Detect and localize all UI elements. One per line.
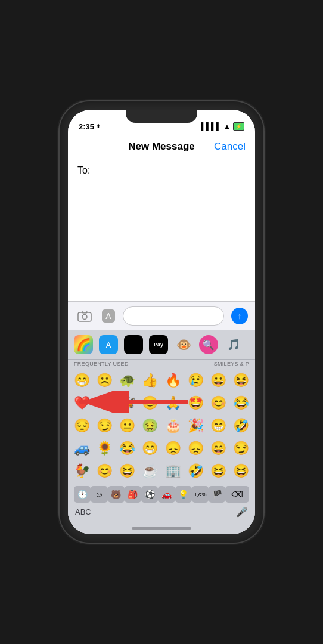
emoji-cell[interactable]: 😀 [207, 369, 230, 392]
emoji-cell[interactable]: 🐓 [70, 460, 93, 482]
emoji-cell[interactable]: ❤️ [70, 392, 93, 414]
emoji-cell[interactable]: 🏢 [162, 460, 184, 482]
emoji-cell[interactable]: ☕ [139, 460, 162, 482]
activity-app-icon[interactable]: ⬤ [124, 335, 143, 354]
emoji-cell[interactable]: 😁 [70, 369, 93, 392]
applepay-icon[interactable]: Pay [149, 335, 168, 354]
emoji-cell[interactable]: 😊 [93, 460, 116, 482]
status-time: 2:35 ⬆ [79, 122, 101, 131]
notch [126, 110, 197, 123]
emoji-cell[interactable]: 🚙 [70, 437, 93, 460]
status-icons: ▌▌▌▌ ▲ ⚡ [201, 122, 244, 131]
battery-icon: ⚡ [233, 122, 244, 131]
abc-button[interactable]: ABC [75, 505, 91, 519]
emoji-cell[interactable]: 😂 [116, 437, 139, 460]
emoji-cell[interactable]: 😆 [230, 369, 253, 392]
recent-emoji-button[interactable]: 🕐 [74, 486, 91, 503]
emoji-cell[interactable]: 😁 [93, 392, 116, 414]
to-field[interactable]: To: [68, 159, 255, 182]
emoji-cell[interactable]: 😁 [139, 437, 162, 460]
nav-bar: New Message Cancel [68, 136, 255, 159]
message-area[interactable] [68, 182, 255, 301]
emoji-cell[interactable]: 🤣 [184, 460, 207, 482]
emoji-cell[interactable]: 😏 [230, 437, 253, 460]
emoji-cell[interactable]: 😐 [116, 414, 139, 437]
emoji-cell[interactable]: 🎉 [184, 414, 207, 437]
travel-category-button[interactable]: 🚗 [158, 486, 175, 503]
emoji-cell[interactable]: 😏 [93, 414, 116, 437]
emoji-cell[interactable]: 😊 [139, 392, 162, 414]
send-button[interactable]: ↑ [231, 308, 248, 324]
emoji-cell[interactable]: 😆 [207, 460, 230, 482]
message-input[interactable] [123, 306, 224, 326]
emoji-cell[interactable]: 😔 [70, 414, 93, 437]
app-row: 🌈 A ⬤ Pay 🐵 🔍 🎵 [68, 330, 255, 360]
music-icon[interactable]: 🎵 [224, 335, 243, 354]
wifi-icon: ▲ [223, 122, 231, 131]
emoji-cell[interactable]: 😄 [207, 437, 230, 460]
emoji-cell[interactable]: 🤣 [230, 414, 253, 437]
emoji-cell[interactable]: 🦋 [116, 392, 139, 414]
svg-text:A: A [106, 340, 111, 349]
camera-button[interactable] [75, 306, 94, 326]
message-toolbar: A ↑ [68, 301, 255, 330]
phone-screen: 2:35 ⬆ ▌▌▌▌ ▲ ⚡ New Message Cancel To: [68, 110, 255, 534]
emoji-cell[interactable]: 🤩 [184, 392, 207, 414]
globe-icon[interactable]: 🔍 [199, 335, 218, 354]
emoji-grid-container: 😁 ☹️ 🐢 👍 🔥 😢 😀 😆 ❤️ 😁 🦋 😊 🙏 🤩 😊 [68, 368, 255, 484]
appstore-app-icon[interactable]: A [99, 335, 118, 354]
emoji-cell[interactable]: 🔥 [162, 369, 184, 392]
monkey-icon[interactable]: 🐵 [174, 335, 193, 354]
cancel-button[interactable]: Cancel [214, 141, 246, 153]
emoji-cell[interactable]: 😁 [207, 414, 230, 437]
emoji-cell[interactable]: 😞 [184, 437, 207, 460]
to-label: To: [77, 165, 90, 176]
svg-text:A: A [105, 311, 111, 321]
smiley-category-button[interactable]: ☺ [91, 486, 107, 503]
frequently-used-label: FREQUENTLY USED [74, 361, 129, 367]
symbols-category-button[interactable]: T,&% [192, 486, 209, 503]
kb-abc-row: ABC 🎤 [68, 505, 255, 522]
emoji-cell[interactable]: 👍 [139, 369, 162, 392]
page-title: New Message [128, 141, 195, 153]
svg-rect-0 [78, 312, 91, 321]
activities-category-button[interactable]: ⚽ [141, 486, 158, 503]
flags-category-button[interactable]: 🏴 [209, 486, 225, 503]
emoji-cell[interactable]: 😆 [230, 460, 253, 482]
emoji-cell[interactable]: 🙏 [162, 392, 184, 414]
emoji-cell[interactable]: 😆 [116, 460, 139, 482]
emoji-cell[interactable]: 🤢 [139, 414, 162, 437]
emoji-cell[interactable]: 🌻 [93, 437, 116, 460]
home-bar [132, 527, 191, 530]
phone-frame: 2:35 ⬆ ▌▌▌▌ ▲ ⚡ New Message Cancel To: [60, 101, 263, 543]
emoji-cell[interactable]: 🎂 [162, 414, 184, 437]
microphone-icon[interactable]: 🎤 [236, 506, 248, 518]
signal-icon: ▌▌▌▌ [201, 122, 221, 131]
animals-category-button[interactable]: 🐻 [108, 486, 125, 503]
objects-category-button[interactable]: 💡 [175, 486, 192, 503]
photos-app-icon[interactable]: 🌈 [74, 335, 93, 354]
emoji-grid: 😁 ☹️ 🐢 👍 🔥 😢 😀 😆 ❤️ 😁 🦋 😊 🙏 🤩 😊 [68, 368, 255, 484]
keyboard-bottom-row: 🕐 ☺ 🐻 🎒 ⚽ 🚗 💡 T,&% 🏴 ⌫ [68, 484, 255, 505]
appstore-button[interactable]: A [99, 306, 118, 326]
emoji-cell[interactable]: 😞 [162, 437, 184, 460]
section-labels: FREQUENTLY USED SMILEYS & P [68, 360, 255, 368]
svg-point-1 [82, 315, 87, 320]
location-icon: ⬆ [96, 123, 101, 129]
emoji-cell[interactable]: 🐢 [116, 369, 139, 392]
smileys-label: SMILEYS & P [214, 361, 249, 367]
emoji-cell[interactable]: ☹️ [93, 369, 116, 392]
emoji-cell[interactable]: 😊 [207, 392, 230, 414]
home-indicator [68, 522, 255, 534]
emoji-keyboard: 🌈 A ⬤ Pay 🐵 🔍 🎵 FREQUENTLY USED SMILEYS … [68, 330, 255, 534]
food-category-button[interactable]: 🎒 [125, 486, 141, 503]
delete-button[interactable]: ⌫ [225, 486, 249, 503]
emoji-cell[interactable]: 😂 [230, 392, 253, 414]
emoji-cell[interactable]: 😢 [184, 369, 207, 392]
